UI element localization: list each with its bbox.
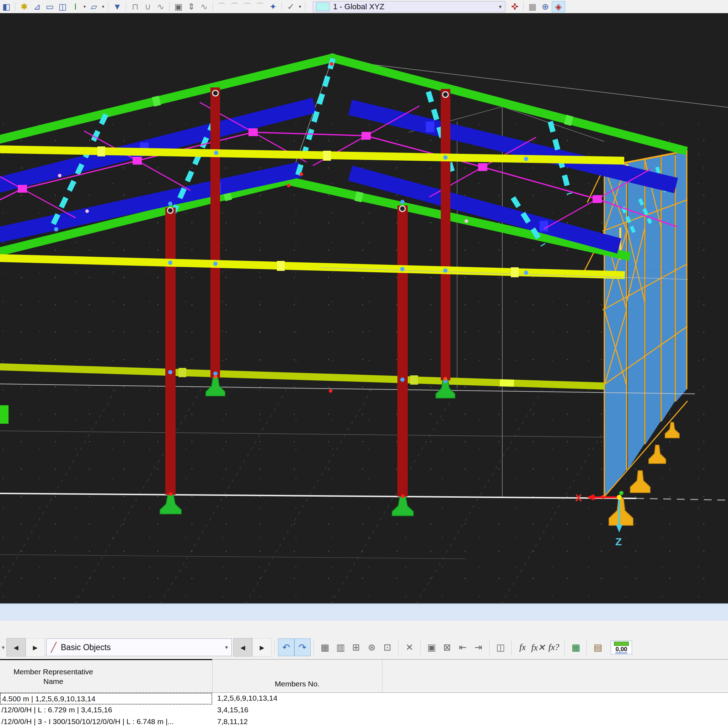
new-member-icon[interactable]: ⊿ — [31, 2, 43, 12]
cs-color-swatch — [316, 3, 329, 11]
toolbar-separator — [126, 2, 127, 11]
new-member-set-icon[interactable]: ◫ — [56, 2, 69, 12]
jump-to-graphic-button[interactable]: ↶ — [278, 638, 294, 656]
work-plane-icon[interactable]: ◈ — [552, 1, 565, 12]
table-row[interactable]: /12/0/0/H | L : 6.729 m | 3,4,15,16 3,4,… — [0, 705, 728, 717]
column-back-right — [441, 89, 450, 380]
table-header[interactable]: Member Representative Name Members No. — [0, 659, 728, 693]
insert-row-button[interactable]: ⇤ — [455, 639, 471, 656]
girt-highlight — [500, 383, 514, 383]
coordinate-system-selector[interactable]: 1 - Global XYZ ▾ — [313, 1, 505, 12]
panel-view-button[interactable]: ◫ — [492, 639, 508, 656]
cell-members-no[interactable]: 7,8,11,12 — [212, 716, 382, 728]
toolbar-separator — [398, 639, 399, 655]
node-dots-orange — [214, 375, 605, 499]
dropdown-arrow-icon[interactable]: ▾ — [100, 2, 106, 12]
navigator-selected-value: Basic Objects — [61, 643, 222, 652]
table-row[interactable]: /12/0/0/H | 3 - I 300/150/10/12/0/0/H | … — [0, 716, 728, 728]
toolbar-separator — [523, 2, 524, 11]
3d-viewport[interactable]: X Z — [0, 13, 728, 603]
new-node-icon[interactable]: ✱ — [18, 2, 31, 12]
member-hinge-icon[interactable]: ⌒ — [254, 2, 267, 12]
decimal-places-button[interactable]: 0,00 — [611, 641, 632, 655]
floor-line — [0, 555, 466, 559]
column-header-name[interactable]: Member Representative Name — [0, 667, 107, 686]
combo-prev-button[interactable]: ◂ — [233, 638, 252, 656]
member-wizard-icon[interactable]: ✦ — [267, 2, 279, 12]
delete-table-button[interactable]: ✕ — [402, 639, 418, 656]
table-row[interactable]: 4.500 m | 1,2,5,6,9,10,13,14 1,2,5,6,9,1… — [0, 693, 728, 705]
cell-name[interactable]: /12/0/0/H | L : 6.729 m | 3,4,15,16 — [0, 705, 212, 716]
floor-line — [0, 431, 606, 437]
combo-next-button[interactable]: ▸ — [252, 638, 272, 656]
hinge-icon[interactable]: ∪ — [141, 2, 154, 12]
release-icon[interactable]: ∿ — [154, 2, 167, 12]
new-surface-icon[interactable]: ▱ — [87, 2, 100, 12]
table-navigator-combo[interactable]: ╱ Basic Objects ▾ — [46, 638, 232, 656]
grid-icon[interactable]: ▦ — [526, 2, 539, 12]
paste-row-button[interactable]: ▣ — [424, 639, 439, 656]
header-line — [212, 659, 728, 660]
member-hinge-icon[interactable]: ⌒ — [241, 2, 254, 12]
table-manager-button[interactable]: ▦ — [317, 639, 333, 656]
settings-header: Settings — [0, 621, 728, 636]
chevron-down-icon[interactable]: ▾ — [222, 644, 231, 650]
support-icon[interactable]: ⊓ — [128, 2, 141, 12]
toolbar-separator — [108, 2, 109, 11]
formula-delete-button[interactable]: fx✕ — [530, 639, 546, 656]
toolbar-separator — [15, 2, 16, 11]
edge-member — [0, 405, 9, 424]
dropdown-arrow-icon[interactable]: ▾ — [82, 2, 87, 12]
dropdown-arrow-icon[interactable]: ▾ — [297, 2, 303, 12]
toolbar-separator — [274, 639, 275, 655]
column-header-members-no[interactable]: Members No. — [212, 679, 382, 688]
new-member-on-line-icon[interactable]: ▭ — [43, 2, 56, 12]
member-rep-icon: ╱ — [47, 639, 61, 656]
new-section-icon[interactable]: I — [69, 2, 82, 12]
delete-row-button[interactable]: ⊠ — [439, 639, 455, 656]
z-axis-arrow — [616, 525, 622, 532]
extrude-icon[interactable]: ⇕ — [185, 2, 198, 12]
ground-line-dashed — [636, 499, 728, 500]
grid-snap-icon[interactable]: ⊕ — [539, 2, 552, 12]
cell-name[interactable]: /12/0/0/H | 3 - I 300/150/10/12/0/0/H | … — [0, 716, 212, 728]
report-button[interactable]: ▤ — [590, 639, 606, 656]
insert-table-button[interactable]: ⊞ — [348, 639, 364, 656]
z-axis-label: Z — [615, 536, 622, 548]
decimal-places-label: 0,00 — [615, 646, 627, 653]
coordinate-axes-icon[interactable]: ✜ — [508, 2, 521, 12]
solid-cube-icon[interactable]: ▣ — [172, 2, 185, 12]
append-row-button[interactable]: ⇥ — [471, 639, 486, 656]
check-plausibility-icon[interactable]: ✓ — [284, 2, 297, 12]
new-table-button[interactable]: ▥ — [333, 639, 348, 656]
decimal-bar-icon — [614, 642, 629, 646]
column-front-right — [398, 205, 408, 497]
cell-name-selected[interactable]: 4.500 m | 1,2,5,6,9,10,13,14 — [0, 693, 212, 705]
smooth-icon[interactable]: ∿ — [198, 2, 210, 12]
members-table: Member Representative Name Members No. 4… — [0, 659, 728, 728]
toolbar-separator — [213, 2, 213, 11]
chevron-down-icon[interactable]: ▾ — [495, 3, 505, 10]
partial-model-icon[interactable]: ◧ — [0, 2, 13, 12]
column-header-members-label: Members No. — [275, 680, 320, 688]
generate-table-button[interactable]: ⊛ — [364, 639, 380, 656]
cell-members-no[interactable]: 1,2,5,6,9,10,13,14 — [212, 693, 382, 705]
formula-info-button[interactable]: fx? — [546, 639, 562, 656]
cell-members-no[interactable]: 3,4,15,16 — [212, 705, 382, 716]
table-toolbar: ▾ ◂ ▸ ╱ Basic Objects ▾ ◂ ▸ ↶ ↷ ▦ ▥ ⊞ ⊛ … — [0, 636, 728, 659]
x-axis-label: X — [575, 492, 582, 503]
next-table-button[interactable]: ▸ — [26, 638, 45, 656]
prev-table-button[interactable]: ◂ — [6, 638, 26, 656]
member-hinge-icon[interactable]: ⌒ — [216, 2, 228, 12]
formula-button[interactable]: fx — [515, 639, 530, 656]
origin-node-green — [619, 491, 624, 495]
cs-selected-value: 1 - Global XYZ — [333, 2, 495, 11]
member-hinge-icon[interactable]: ⌒ — [228, 2, 241, 12]
toolbar-separator — [587, 639, 587, 655]
collapse-chevron-icon[interactable]: ▾ — [0, 639, 6, 656]
toolbar-separator — [420, 639, 421, 655]
jump-from-graphic-button[interactable]: ↷ — [294, 638, 310, 656]
half-table-button[interactable]: ⊡ — [380, 639, 395, 656]
filter-icon[interactable]: ▼ — [111, 2, 124, 12]
excel-export-button[interactable]: ▦ — [568, 639, 584, 656]
